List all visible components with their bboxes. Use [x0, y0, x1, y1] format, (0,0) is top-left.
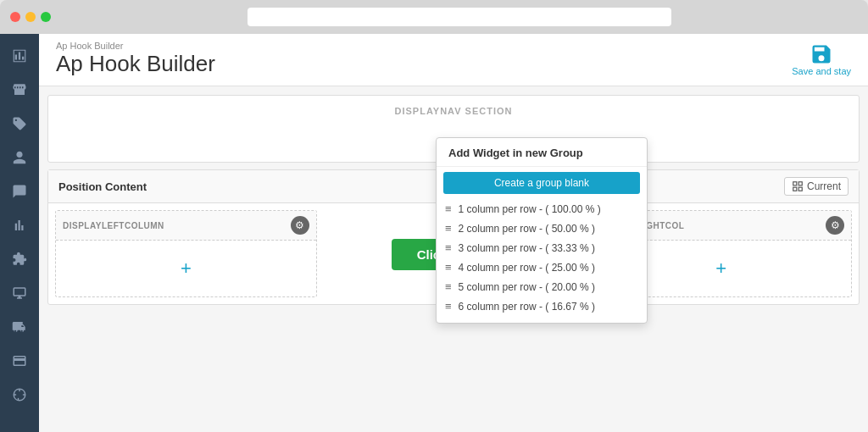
svg-rect-0	[15, 55, 17, 60]
breadcrumb: Ap Hook Builder	[56, 41, 851, 51]
svg-rect-6	[798, 187, 802, 191]
svg-rect-2	[22, 57, 24, 60]
left-column-label: DISPLAYLEFTCOLUMN	[63, 221, 164, 230]
popup-item-3col[interactable]: ≡ 3 column per row - ( 33.33 % )	[437, 238, 647, 258]
svg-rect-1	[19, 53, 20, 60]
columns-6-icon: ≡	[445, 300, 452, 313]
main-content: Ap Hook Builder Ap Hook Builder Save and…	[39, 34, 868, 432]
columns-2-icon: ≡	[445, 222, 452, 235]
popup-item-1col[interactable]: ≡ 1 column per row - ( 100.00 % )	[437, 199, 647, 219]
columns-1-icon: ≡	[445, 202, 452, 215]
save-label: Save and stay	[792, 66, 851, 76]
current-button[interactable]: Current	[784, 177, 849, 196]
traffic-lights	[10, 12, 51, 22]
left-column-gear-button[interactable]: ⚙	[291, 216, 309, 235]
minimize-button[interactable]	[25, 12, 36, 22]
page-header: Ap Hook Builder Ap Hook Builder Save and…	[39, 34, 868, 86]
address-bar[interactable]	[248, 8, 671, 26]
sidebar-item-comment[interactable]	[3, 176, 36, 207]
sidebar-item-card[interactable]	[3, 346, 36, 376]
sidebar-item-puzzle[interactable]	[3, 244, 36, 274]
svg-rect-5	[793, 187, 797, 191]
right-column-gear-button[interactable]: ⚙	[826, 216, 844, 235]
columns-5-icon: ≡	[445, 280, 452, 293]
sidebar-item-truck[interactable]	[3, 312, 36, 342]
current-label: Current	[807, 180, 841, 192]
current-icon	[792, 180, 804, 192]
left-column-header: DISPLAYLEFTCOLUMN ⚙	[56, 211, 316, 241]
svg-rect-3	[793, 182, 797, 186]
sidebar-item-monitor[interactable]	[3, 278, 36, 308]
sidebar	[0, 34, 39, 432]
display-label: DISPLAYNAV SECTION	[55, 102, 852, 116]
sidebar-item-store[interactable]	[3, 75, 36, 105]
app-container: Ap Hook Builder Ap Hook Builder Save and…	[0, 34, 868, 432]
right-column-add-button[interactable]: +	[715, 258, 726, 280]
maximize-button[interactable]	[41, 12, 51, 22]
save-button[interactable]: Save and stay	[792, 42, 851, 76]
sidebar-item-tag[interactable]	[3, 108, 36, 139]
create-group-blank-button[interactable]: Create a group blank	[443, 172, 640, 194]
popup-item-5col[interactable]: ≡ 5 column per row - ( 20.00 % )	[437, 277, 647, 296]
position-content-title: Position Content	[58, 180, 147, 193]
close-button[interactable]	[10, 12, 20, 22]
svg-rect-4	[798, 182, 802, 186]
columns-3-icon: ≡	[445, 241, 452, 254]
content-body: DISPLAYNAV SECTION Add Widget in new Gro…	[39, 86, 868, 417]
left-column-add-button[interactable]: +	[181, 258, 192, 280]
sidebar-item-chart[interactable]	[3, 41, 36, 71]
left-column-body: +	[56, 241, 316, 296]
left-column-box: DISPLAYLEFTCOLUMN ⚙ +	[55, 210, 317, 297]
popup-item-4col[interactable]: ≡ 4 column per row - ( 25.00 % )	[437, 258, 647, 277]
columns-4-icon: ≡	[445, 261, 452, 274]
page-title: Ap Hook Builder	[56, 51, 851, 77]
sidebar-item-user[interactable]	[3, 142, 36, 173]
sidebar-item-barchart[interactable]	[3, 210, 36, 241]
popup-item-2col[interactable]: ≡ 2 column per row - ( 50.00 % )	[437, 219, 647, 238]
widget-popup-title: Add Widget in new Group	[437, 138, 647, 167]
sidebar-item-globe[interactable]	[3, 379, 36, 410]
window-chrome	[0, 0, 868, 34]
popup-item-6col[interactable]: ≡ 6 column per row - ( 16.67 % )	[437, 296, 647, 316]
widget-popup: Add Widget in new Group Create a group b…	[436, 137, 648, 324]
